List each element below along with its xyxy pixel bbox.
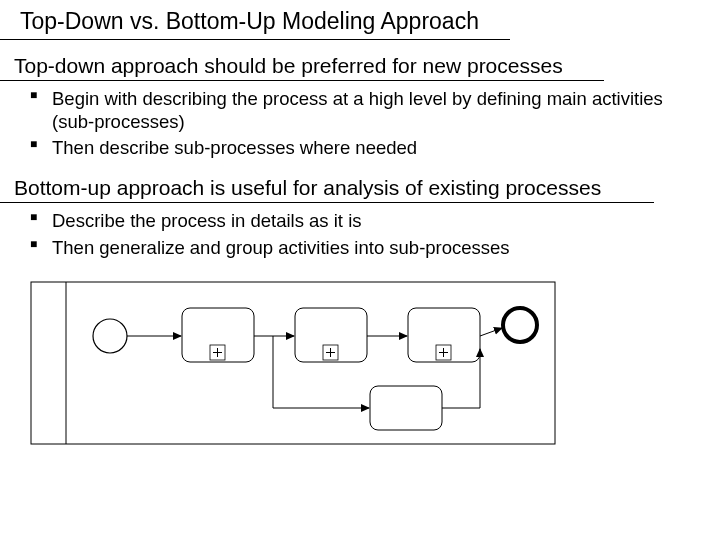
list-item: Describe the process in details as it is bbox=[52, 209, 720, 232]
bpmn-diagram-svg bbox=[30, 281, 560, 446]
start-event-icon bbox=[93, 319, 127, 353]
list-item: Begin with describing the process at a h… bbox=[52, 87, 720, 133]
list-item: Then generalize and group activities int… bbox=[52, 236, 720, 259]
bullet-list-top-down: Begin with describing the process at a h… bbox=[0, 87, 720, 159]
end-event-icon bbox=[503, 308, 537, 342]
section-heading-top-down: Top-down approach should be preferred fo… bbox=[0, 40, 604, 81]
pool-rect bbox=[31, 282, 555, 444]
bullet-list-bottom-up: Describe the process in details as it is… bbox=[0, 209, 720, 258]
list-item: Then describe sub-processes where needed bbox=[52, 136, 720, 159]
page-title: Top-Down vs. Bottom-Up Modeling Approach bbox=[0, 0, 510, 40]
process-diagram bbox=[30, 281, 720, 446]
section-heading-bottom-up: Bottom-up approach is useful for analysi… bbox=[0, 162, 654, 203]
task-box bbox=[370, 386, 442, 430]
